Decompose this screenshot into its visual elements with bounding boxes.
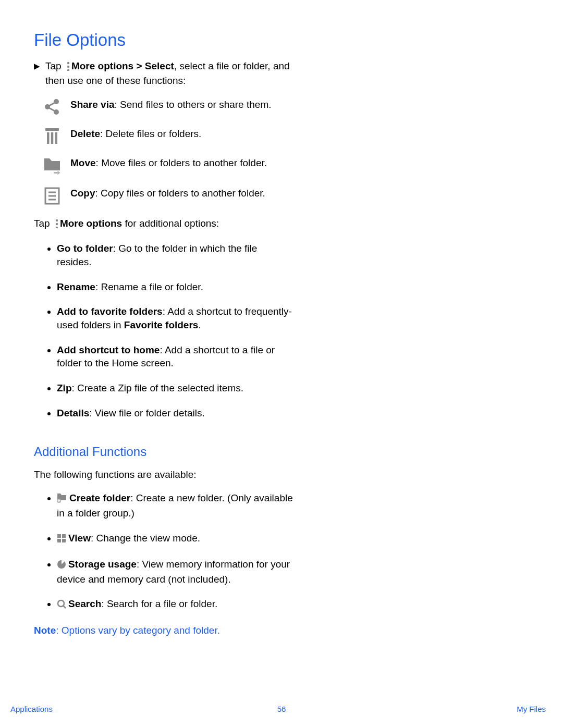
copy-icon [43,187,61,205]
item-desc: : Change the view mode. [91,533,200,544]
action-share: Share via: Send files to others or share… [43,98,295,116]
list-item: Details: View file or folder details. [57,406,295,420]
item-label: View [68,533,91,544]
action-desc: : Delete files or folders. [100,128,201,139]
more-options-list: Go to folder: Go to the folder in which … [34,242,295,419]
item-label: Details [57,408,89,418]
item-label: Go to folder [57,243,113,254]
more-options-icon [53,218,58,232]
list-item: Rename: Rename a file or folder. [57,280,295,294]
action-desc: : Send files to others or share them. [115,99,272,110]
list-item: View: Change the view mode. [57,532,295,547]
item-desc: : Rename a file or folder. [95,281,203,292]
item-label: Search [68,598,101,609]
item-desc: : Create a Zip file of the selected item… [72,382,244,393]
footer-left: Applications [10,705,53,713]
note-line: Note: Options vary by category and folde… [34,624,295,637]
item-desc-bold: Favorite folders [124,319,199,330]
action-desc: : Copy files or folders to another folde… [95,188,265,199]
item-label: Rename [57,281,95,292]
action-copy: Copy: Copy files or folders to another f… [43,187,295,205]
additional-list: Create folder: Create a new folder. (Onl… [34,491,295,612]
play-marker-icon: ▶ [34,59,40,88]
note-rest: : Options vary by category and folder. [56,625,220,636]
intro-bold: More options > Select [71,60,174,71]
list-item: Add shortcut to home: Add a shortcut to … [57,343,295,370]
action-label: Copy [70,188,95,199]
item-label: Add shortcut to home [57,344,160,355]
list-item: Search: Search for a file or folder. [57,597,295,612]
view-icon [57,533,66,547]
page-footer: Applications 56 My Files [0,705,563,713]
list-item: Zip: Create a Zip file of the selected i… [57,381,295,395]
list-item: Storage usage: View memory information f… [57,558,295,586]
item-desc-post: . [198,319,201,330]
tap-more-paragraph: Tap More options for additional options: [34,217,295,232]
list-item: Create folder: Create a new folder. (Onl… [57,491,295,520]
tapmore-bold: More options [60,218,122,229]
tapmore-pre: Tap [34,218,53,229]
intro-paragraph: ▶ Tap More options > Select, select a fi… [34,59,295,88]
storage-usage-icon [57,559,66,573]
item-label: Add to favorite folders [57,306,163,317]
additional-intro: The following functions are available: [34,468,295,482]
more-options-icon [64,61,69,75]
heading-file-options: File Options [34,29,295,52]
tapmore-post: for additional options: [122,218,219,229]
search-icon [57,599,66,612]
action-label: Move [70,157,96,168]
action-move: Move: Move files or folders to another f… [43,156,295,175]
action-label: Delete [70,128,100,139]
action-delete: Delete: Delete files or folders. [43,127,295,145]
create-folder-icon [57,492,67,507]
item-label: Zip [57,382,72,393]
footer-page-number: 56 [277,705,286,713]
action-desc: : Move files or folders to another folde… [96,157,267,168]
share-icon [43,98,61,116]
delete-icon [43,127,61,145]
item-label: Storage usage [68,559,137,570]
item-label: Create folder [69,492,130,503]
action-label: Share via [70,99,115,110]
intro-pre: Tap [45,60,64,71]
footer-right: My Files [517,705,546,713]
list-item: Go to folder: Go to the folder in which … [57,242,295,268]
item-desc: : View file or folder details. [89,408,204,418]
move-icon [43,156,61,175]
heading-additional-functions: Additional Functions [34,443,295,460]
list-item: Add to favorite folders: Add a shortcut … [57,305,295,331]
note-bold: Note [34,625,56,636]
item-desc: : Search for a file or folder. [101,598,217,609]
document-body: File Options ▶ Tap More options > Select… [0,0,295,637]
